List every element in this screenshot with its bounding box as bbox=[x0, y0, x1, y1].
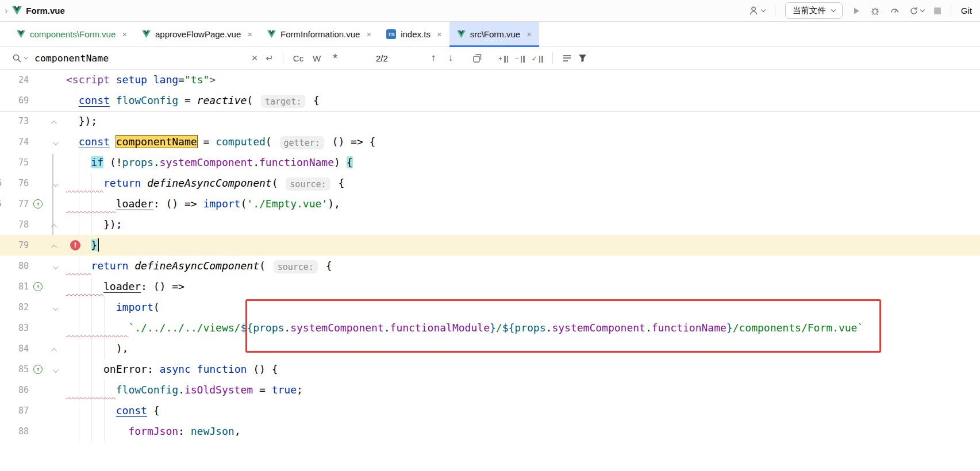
tab-approveflowpage-vue[interactable]: approveFlowPage.vue × bbox=[134, 22, 260, 47]
git-widget[interactable]: Git bbox=[961, 6, 972, 16]
add-occurrence-icon[interactable]: + bbox=[498, 54, 508, 63]
line-number[interactable]: 74 bbox=[0, 132, 29, 152]
run-config-selector[interactable]: 当前文件 bbox=[785, 2, 843, 19]
line-number[interactable]: 73 bbox=[0, 111, 29, 132]
code-token: systemComponent bbox=[290, 322, 384, 334]
filter-icon[interactable] bbox=[575, 54, 590, 62]
code-with-me-icon[interactable] bbox=[749, 6, 765, 16]
run-button[interactable] bbox=[852, 7, 860, 15]
code-line-87[interactable]: 87 const { bbox=[0, 400, 980, 421]
code-token: . bbox=[178, 384, 185, 396]
search-history-chevron-icon[interactable] bbox=[24, 55, 28, 59]
search-icon[interactable] bbox=[9, 53, 24, 63]
code-line-79[interactable]: 79! } bbox=[0, 235, 980, 256]
tab-forminformation-vue[interactable]: FormInformation.vue × bbox=[260, 22, 379, 47]
line-number[interactable]: 77 bbox=[0, 194, 29, 214]
profiler-button[interactable] bbox=[890, 6, 900, 16]
fold-up-icon[interactable] bbox=[47, 214, 62, 235]
match-case-toggle[interactable]: Cc bbox=[289, 53, 308, 63]
vue-file-icon bbox=[17, 30, 25, 38]
select-all-occurrences-icon[interactable]: ✓ bbox=[532, 54, 543, 63]
code-line-77[interactable]: 577↑ loader: () => import('./Empty.vue')… bbox=[0, 194, 980, 214]
editor[interactable]: 24<script setup lang="ts">69 const flowC… bbox=[0, 70, 980, 471]
fold-down-icon[interactable] bbox=[47, 132, 62, 152]
fold-down-icon[interactable] bbox=[47, 173, 62, 194]
line-number[interactable]: 85 bbox=[0, 359, 29, 380]
code-line-75[interactable]: 75 if (!props.systemComponent.functionNa… bbox=[0, 152, 980, 173]
tab-close-icon[interactable]: × bbox=[122, 29, 127, 39]
fold-up-icon[interactable] bbox=[47, 338, 62, 359]
line-number[interactable]: 88 bbox=[0, 421, 29, 442]
code-token: const bbox=[79, 94, 110, 106]
code-line-88[interactable]: 88 formJson: newJson, bbox=[0, 421, 980, 442]
code-line-83[interactable]: 83 `./../../../views/${props.systemCompo… bbox=[0, 318, 980, 338]
implemented-gutter-icon[interactable]: ↑ bbox=[33, 365, 43, 374]
stop-button[interactable] bbox=[934, 7, 941, 14]
line-number[interactable]: 87 bbox=[0, 400, 29, 421]
next-occurrence-icon[interactable]: ↓ bbox=[442, 52, 459, 64]
exclude-occurrence-icon[interactable]: – bbox=[515, 54, 525, 63]
tab-bar: components\Form.vue × approveFlowPage.vu… bbox=[0, 22, 980, 47]
search-input[interactable]: componentName bbox=[34, 53, 247, 64]
tab-close-icon[interactable]: × bbox=[366, 29, 371, 39]
debug-button[interactable] bbox=[870, 6, 880, 16]
code-line-82[interactable]: 82 import( bbox=[0, 297, 980, 318]
code-line-80[interactable]: 80 return defineAsyncComponent( source: … bbox=[0, 256, 980, 276]
implemented-gutter-icon[interactable]: ↑ bbox=[33, 199, 43, 209]
code-token bbox=[66, 115, 79, 127]
code-token: / bbox=[496, 322, 502, 334]
fold-down-icon[interactable] bbox=[47, 297, 62, 318]
parameter-hint: source: bbox=[286, 177, 330, 191]
tab-src-form-vue[interactable]: src\Form.vue × bbox=[449, 22, 539, 47]
code-line-86[interactable]: 86 flowConfig.isOldSystem = true; bbox=[0, 380, 980, 400]
code-line-73[interactable]: 73 }); bbox=[0, 111, 980, 132]
line-number[interactable]: 79 bbox=[0, 235, 29, 256]
newline-icon[interactable]: ↵ bbox=[262, 53, 277, 64]
code-line-69[interactable]: 69 const flowConfig = reactive( target: … bbox=[0, 90, 980, 111]
open-in-tool-window-icon[interactable] bbox=[470, 54, 485, 63]
tab-index-ts[interactable]: TS index.ts × bbox=[379, 22, 449, 47]
line-number[interactable]: 83 bbox=[0, 318, 29, 338]
line-number[interactable]: 24 bbox=[0, 70, 29, 90]
tab-close-icon[interactable]: × bbox=[437, 29, 442, 39]
code-token: formJson bbox=[128, 425, 178, 437]
tab-components-form-vue[interactable]: components\Form.vue × bbox=[9, 22, 134, 47]
fold-down-icon[interactable] bbox=[47, 256, 62, 276]
line-number[interactable]: 69 bbox=[0, 90, 29, 111]
code-line-81[interactable]: 81↑ loader: () => bbox=[0, 276, 980, 297]
gutter: 69 bbox=[0, 90, 66, 111]
fold-up-icon[interactable] bbox=[47, 235, 62, 256]
code-line-24[interactable]: 24<script setup lang="ts"> bbox=[0, 70, 980, 90]
code-line-74[interactable]: 74 const componentName = computed( gette… bbox=[0, 132, 980, 152]
whole-words-toggle[interactable]: W bbox=[308, 53, 326, 63]
line-number[interactable]: 82 bbox=[0, 297, 29, 318]
tab-close-icon[interactable]: × bbox=[526, 29, 532, 39]
rerun-button[interactable] bbox=[909, 6, 924, 16]
code-token: }); bbox=[103, 218, 122, 230]
implemented-gutter-icon[interactable]: ↑ bbox=[33, 282, 43, 291]
code-line-84[interactable]: 84 ), bbox=[0, 338, 980, 359]
code-line-85[interactable]: 85↑ onError: async function () { bbox=[0, 359, 980, 380]
regex-toggle[interactable]: * bbox=[326, 51, 344, 65]
line-number[interactable]: 80 bbox=[0, 256, 29, 276]
code-text: const { bbox=[66, 400, 160, 421]
line-number[interactable]: 81 bbox=[0, 276, 29, 297]
multiline-icon[interactable] bbox=[563, 55, 571, 61]
line-number[interactable]: 86 bbox=[0, 380, 29, 400]
code-token: : () => bbox=[153, 198, 203, 210]
code-token: . bbox=[253, 156, 259, 168]
error-icon[interactable]: ! bbox=[70, 240, 80, 250]
clipped-edge-text: 6 bbox=[0, 173, 2, 194]
code-line-78[interactable]: 78 }); bbox=[0, 214, 980, 235]
line-number[interactable]: 78 bbox=[0, 214, 29, 235]
code-line-76[interactable]: 676 return defineAsyncComponent( source:… bbox=[0, 173, 980, 194]
fold-down-icon[interactable] bbox=[47, 359, 62, 380]
fold-up-icon[interactable] bbox=[47, 111, 62, 132]
code-token: functionName bbox=[259, 156, 334, 168]
line-number[interactable]: 76 bbox=[0, 173, 29, 194]
line-number[interactable]: 75 bbox=[0, 152, 29, 173]
clear-search-icon[interactable]: × bbox=[247, 52, 262, 64]
previous-occurrence-icon[interactable]: ↑ bbox=[425, 52, 442, 64]
line-number[interactable]: 84 bbox=[0, 338, 29, 359]
tab-close-icon[interactable]: × bbox=[247, 29, 252, 39]
